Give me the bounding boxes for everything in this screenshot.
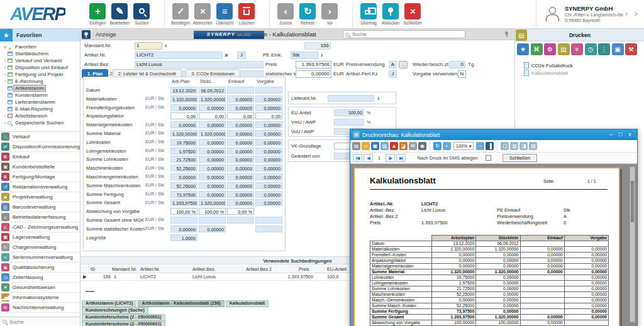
tree-item[interactable]: Kundenstamm [0,92,80,99]
last-page-button[interactable]: ▶| [396,154,406,162]
cell-arbplan[interactable]: 0,00000 [170,121,197,128]
zoom-select[interactable]: 100% ▾ [453,142,474,150]
cell-arbplan[interactable]: 52,25000 [170,165,197,171]
cell-vorgabe[interactable]: 0,00000 [255,173,282,180]
favorites-header[interactable]: ★ Favoriten [0,29,80,41]
cell-stckl[interactable]: 1.320,00000 [199,130,226,137]
tree-item[interactable]: › Gespeicherte Suchen [0,119,80,126]
cell-stckl[interactable]: 0,00000 [199,148,226,155]
cell-einkauf[interactable]: 0,00000 [227,130,254,137]
transfer-button[interactable]: Übertrag [358,3,379,25]
cell-vorgabe[interactable]: 0,00000 [255,139,282,146]
cell-stckl[interactable] [199,234,226,241]
sidebar-module-item[interactable]: ⌛ Betriebsdatenerfassung [0,212,80,222]
panel-icon[interactable]: ⚙ [544,43,556,55]
cell-stckl[interactable]: 06.09.2012 [199,87,226,94]
first-page-button[interactable]: |◀ [353,154,362,162]
mode-pin-icon[interactable] [82,30,91,39]
cell-einkauf[interactable] [227,217,254,224]
cell-arbplan[interactable]: 1,0000 [170,234,197,241]
tree-expander-icon[interactable]: › [3,121,8,125]
sidebar-module-item[interactable]: ✉ Nachrichtenverwaltung [0,303,80,313]
sidebar-module-item[interactable]: ⚙ Fertigung/Montage [0,172,80,182]
statwert-field[interactable]: 0,00000 [296,70,331,78]
sidebar-module-item[interactable]: ||| Barcodeverwaltung [0,202,80,212]
dialog-tool-icon[interactable]: ▤ [352,142,360,150]
insert-button[interactable]: + Einfügen [87,3,108,25]
cell-arbplan[interactable]: 13.12.2020 [170,87,197,94]
cell-einkauf[interactable]: 0,00000 [227,165,254,171]
sidebar-module-item[interactable]: ⊞ Einkauf [0,152,80,162]
panel-icon[interactable]: ★ [517,43,529,55]
cell-stckl[interactable] [199,217,226,224]
sidebar-module-item[interactable]: ▣ Kundenbeistellteile [0,162,80,172]
tree-expander-icon[interactable]: › [3,114,8,118]
report-list-item[interactable]: Kalkulationsblatt [524,69,573,77]
cell-vorgabe[interactable] [255,234,282,241]
panel-icon[interactable]: ▣ [612,43,624,55]
cell-einkauf[interactable]: 0,00000 [227,199,254,206]
search-button[interactable]: Suchen [131,3,152,25]
window-tab[interactable]: Kalkulationsblatt [226,300,269,307]
cell-arbplan[interactable]: 1,97500 [170,148,197,155]
tree-item[interactable]: E-Mail-Reporting [0,106,80,112]
cell-vorgabe[interactable] [255,217,282,224]
confirm-button[interactable]: ✓ Bestätigen [170,3,191,25]
preview-scrollbar-thumb[interactable] [631,181,634,222]
pe-open-chevron[interactable]: › [321,52,323,59]
splitter-handle[interactable] [86,291,94,292]
refresh-button[interactable]: ↻ Refresh [297,3,318,25]
lieferant-field[interactable] [328,95,374,102]
cell-einkauf[interactable]: 0,00 % [227,208,254,215]
dialog-tool-icon[interactable]: ▢ [501,142,509,150]
cell-stckl[interactable]: 0,00000 [199,182,226,189]
cell-vorgabe[interactable] [255,87,282,94]
cell-arbplan[interactable]: 1.320,00000 [170,130,197,137]
cell-vorgabe[interactable]: 0,00000 [255,182,282,189]
cell-stckl[interactable]: 0,00000 [199,156,226,163]
user-account-block[interactable]: SYNERPY GmbH Chr.-Ritter-v.-Langheinrich… [536,2,628,27]
cell-stckl[interactable]: 0,00000 [199,173,226,180]
cell-einkauf[interactable]: 0,00000 [227,104,254,111]
dms-checkbox[interactable] [486,155,491,161]
col-id[interactable]: ID [91,266,95,273]
cell-stckl[interactable]: 1.320,00000 [199,95,226,102]
dialog-tool-icon[interactable]: ↻ [433,142,441,150]
panel-icon[interactable]: ⚒ [625,43,637,55]
col-euanteil[interactable]: EU-Anteil [327,266,347,273]
lieferant-open-chevron[interactable]: › [377,95,379,102]
cell-arbplan[interactable]: 19,75000 [170,139,197,146]
dialog-tool-icon[interactable]: + [443,142,451,150]
cell-vorgabe[interactable]: 0,00000 [255,130,282,137]
cell-stckl[interactable]: 0,00000 [199,139,226,146]
tree-item[interactable]: › E-Rechnung [0,78,80,85]
col-mandant[interactable]: Mandant.Nr. [112,266,137,273]
cell-arbplan[interactable] [170,217,197,224]
col-preis[interactable]: Preis [299,266,309,273]
sidebar-module-item[interactable]: ▂▅▇ Informationssysteme [0,293,80,303]
report-list-item[interactable]: CO2e Fußabdruck [524,62,573,69]
sidebar-module-item[interactable]: ⌂ Verkauf [0,132,80,142]
cell-arbplan[interactable]: 73,97500 [170,191,197,198]
col-artikelnr[interactable]: Artikel.Nr. [140,266,160,273]
overview-button[interactable]: ≡ Übersicht [214,3,235,25]
tree-expander-icon[interactable]: › [3,65,8,70]
cell-vorgabe[interactable]: 0,00000 [255,191,282,198]
dialog-tool-icon[interactable]: ◨ [519,142,528,150]
cell-vorgabe[interactable]: 0,00000 [255,148,282,155]
dialog-tool-icon[interactable]: ▱ [362,142,370,150]
tree-item[interactable]: › Verkauf und Versand [0,57,80,64]
cell-vorgabe[interactable] [255,225,282,232]
close-button[interactable]: × Schließen [402,3,423,25]
cell-einkauf[interactable]: 0,00000 [227,148,254,155]
cancel-button[interactable]: × Abbrechen [192,3,213,25]
preisverwendung-field[interactable]: A [389,61,397,68]
dialog-tool-icon[interactable]: ✉ [409,142,417,150]
col-artikelbez[interactable]: Artikel.Bez. [192,266,216,273]
cell-einkauf[interactable]: 0,00 [227,112,254,119]
panel-icon[interactable]: ▤ [558,43,570,55]
cell-einkauf[interactable]: 0,00000 [227,156,254,163]
dialog-close-button[interactable]: × [625,131,635,138]
tree-item[interactable]: ∨ Favoriten [0,43,80,50]
dialog-tool-icon[interactable]: ▧ [529,142,537,150]
